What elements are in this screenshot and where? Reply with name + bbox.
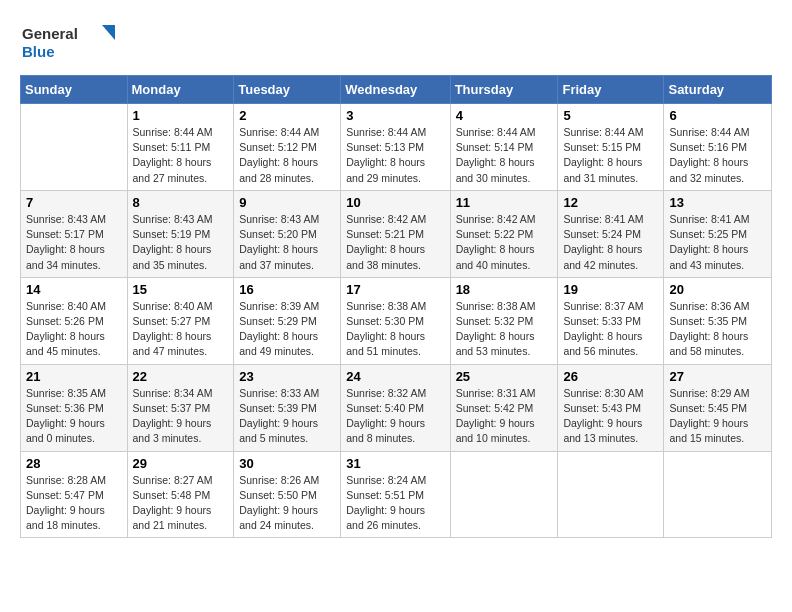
- day-cell: 19Sunrise: 8:37 AMSunset: 5:33 PMDayligh…: [558, 277, 664, 364]
- day-number: 31: [346, 456, 444, 471]
- day-header-thursday: Thursday: [450, 76, 558, 104]
- day-info: Sunrise: 8:43 AMSunset: 5:17 PMDaylight:…: [26, 212, 122, 273]
- day-header-tuesday: Tuesday: [234, 76, 341, 104]
- week-row-4: 21Sunrise: 8:35 AMSunset: 5:36 PMDayligh…: [21, 364, 772, 451]
- day-info: Sunrise: 8:44 AMSunset: 5:12 PMDaylight:…: [239, 125, 335, 186]
- week-row-2: 7Sunrise: 8:43 AMSunset: 5:17 PMDaylight…: [21, 190, 772, 277]
- day-cell: 20Sunrise: 8:36 AMSunset: 5:35 PMDayligh…: [664, 277, 772, 364]
- day-cell: [21, 104, 128, 191]
- logo: General Blue: [20, 20, 130, 65]
- svg-text:General: General: [22, 25, 78, 42]
- day-cell: [450, 451, 558, 538]
- day-cell: 14Sunrise: 8:40 AMSunset: 5:26 PMDayligh…: [21, 277, 128, 364]
- day-cell: 28Sunrise: 8:28 AMSunset: 5:47 PMDayligh…: [21, 451, 128, 538]
- day-info: Sunrise: 8:43 AMSunset: 5:19 PMDaylight:…: [133, 212, 229, 273]
- day-info: Sunrise: 8:27 AMSunset: 5:48 PMDaylight:…: [133, 473, 229, 534]
- week-row-1: 1Sunrise: 8:44 AMSunset: 5:11 PMDaylight…: [21, 104, 772, 191]
- day-number: 6: [669, 108, 766, 123]
- day-number: 16: [239, 282, 335, 297]
- day-info: Sunrise: 8:44 AMSunset: 5:14 PMDaylight:…: [456, 125, 553, 186]
- day-number: 29: [133, 456, 229, 471]
- day-info: Sunrise: 8:31 AMSunset: 5:42 PMDaylight:…: [456, 386, 553, 447]
- day-number: 24: [346, 369, 444, 384]
- day-number: 8: [133, 195, 229, 210]
- day-cell: 5Sunrise: 8:44 AMSunset: 5:15 PMDaylight…: [558, 104, 664, 191]
- svg-text:Blue: Blue: [22, 43, 55, 60]
- day-header-friday: Friday: [558, 76, 664, 104]
- day-number: 2: [239, 108, 335, 123]
- calendar-table: SundayMondayTuesdayWednesdayThursdayFrid…: [20, 75, 772, 538]
- page-header: General Blue: [20, 20, 772, 65]
- day-cell: 10Sunrise: 8:42 AMSunset: 5:21 PMDayligh…: [341, 190, 450, 277]
- day-number: 4: [456, 108, 553, 123]
- day-number: 5: [563, 108, 658, 123]
- day-cell: 1Sunrise: 8:44 AMSunset: 5:11 PMDaylight…: [127, 104, 234, 191]
- day-number: 7: [26, 195, 122, 210]
- day-number: 23: [239, 369, 335, 384]
- day-number: 26: [563, 369, 658, 384]
- day-info: Sunrise: 8:39 AMSunset: 5:29 PMDaylight:…: [239, 299, 335, 360]
- day-number: 15: [133, 282, 229, 297]
- day-cell: 4Sunrise: 8:44 AMSunset: 5:14 PMDaylight…: [450, 104, 558, 191]
- day-info: Sunrise: 8:38 AMSunset: 5:32 PMDaylight:…: [456, 299, 553, 360]
- day-cell: 26Sunrise: 8:30 AMSunset: 5:43 PMDayligh…: [558, 364, 664, 451]
- day-cell: 29Sunrise: 8:27 AMSunset: 5:48 PMDayligh…: [127, 451, 234, 538]
- day-number: 27: [669, 369, 766, 384]
- day-info: Sunrise: 8:24 AMSunset: 5:51 PMDaylight:…: [346, 473, 444, 534]
- day-info: Sunrise: 8:40 AMSunset: 5:26 PMDaylight:…: [26, 299, 122, 360]
- svg-marker-2: [102, 25, 115, 40]
- day-info: Sunrise: 8:44 AMSunset: 5:13 PMDaylight:…: [346, 125, 444, 186]
- day-info: Sunrise: 8:38 AMSunset: 5:30 PMDaylight:…: [346, 299, 444, 360]
- day-cell: 16Sunrise: 8:39 AMSunset: 5:29 PMDayligh…: [234, 277, 341, 364]
- day-info: Sunrise: 8:43 AMSunset: 5:20 PMDaylight:…: [239, 212, 335, 273]
- day-cell: 3Sunrise: 8:44 AMSunset: 5:13 PMDaylight…: [341, 104, 450, 191]
- header-row: SundayMondayTuesdayWednesdayThursdayFrid…: [21, 76, 772, 104]
- day-info: Sunrise: 8:34 AMSunset: 5:37 PMDaylight:…: [133, 386, 229, 447]
- day-number: 18: [456, 282, 553, 297]
- day-info: Sunrise: 8:32 AMSunset: 5:40 PMDaylight:…: [346, 386, 444, 447]
- day-info: Sunrise: 8:26 AMSunset: 5:50 PMDaylight:…: [239, 473, 335, 534]
- day-cell: 22Sunrise: 8:34 AMSunset: 5:37 PMDayligh…: [127, 364, 234, 451]
- day-cell: 30Sunrise: 8:26 AMSunset: 5:50 PMDayligh…: [234, 451, 341, 538]
- week-row-5: 28Sunrise: 8:28 AMSunset: 5:47 PMDayligh…: [21, 451, 772, 538]
- day-cell: [558, 451, 664, 538]
- day-number: 10: [346, 195, 444, 210]
- day-header-wednesday: Wednesday: [341, 76, 450, 104]
- day-cell: 9Sunrise: 8:43 AMSunset: 5:20 PMDaylight…: [234, 190, 341, 277]
- day-cell: 13Sunrise: 8:41 AMSunset: 5:25 PMDayligh…: [664, 190, 772, 277]
- day-info: Sunrise: 8:28 AMSunset: 5:47 PMDaylight:…: [26, 473, 122, 534]
- logo-graphic: General Blue: [20, 20, 130, 65]
- day-number: 13: [669, 195, 766, 210]
- day-cell: 24Sunrise: 8:32 AMSunset: 5:40 PMDayligh…: [341, 364, 450, 451]
- day-cell: 18Sunrise: 8:38 AMSunset: 5:32 PMDayligh…: [450, 277, 558, 364]
- day-cell: 27Sunrise: 8:29 AMSunset: 5:45 PMDayligh…: [664, 364, 772, 451]
- day-cell: 12Sunrise: 8:41 AMSunset: 5:24 PMDayligh…: [558, 190, 664, 277]
- day-number: 17: [346, 282, 444, 297]
- day-cell: 25Sunrise: 8:31 AMSunset: 5:42 PMDayligh…: [450, 364, 558, 451]
- day-cell: 7Sunrise: 8:43 AMSunset: 5:17 PMDaylight…: [21, 190, 128, 277]
- day-info: Sunrise: 8:42 AMSunset: 5:22 PMDaylight:…: [456, 212, 553, 273]
- day-number: 21: [26, 369, 122, 384]
- day-cell: 2Sunrise: 8:44 AMSunset: 5:12 PMDaylight…: [234, 104, 341, 191]
- day-cell: 6Sunrise: 8:44 AMSunset: 5:16 PMDaylight…: [664, 104, 772, 191]
- day-info: Sunrise: 8:37 AMSunset: 5:33 PMDaylight:…: [563, 299, 658, 360]
- day-number: 3: [346, 108, 444, 123]
- day-header-monday: Monday: [127, 76, 234, 104]
- day-cell: 11Sunrise: 8:42 AMSunset: 5:22 PMDayligh…: [450, 190, 558, 277]
- day-number: 11: [456, 195, 553, 210]
- day-cell: 23Sunrise: 8:33 AMSunset: 5:39 PMDayligh…: [234, 364, 341, 451]
- day-info: Sunrise: 8:29 AMSunset: 5:45 PMDaylight:…: [669, 386, 766, 447]
- day-info: Sunrise: 8:33 AMSunset: 5:39 PMDaylight:…: [239, 386, 335, 447]
- day-number: 12: [563, 195, 658, 210]
- day-cell: 17Sunrise: 8:38 AMSunset: 5:30 PMDayligh…: [341, 277, 450, 364]
- day-info: Sunrise: 8:44 AMSunset: 5:11 PMDaylight:…: [133, 125, 229, 186]
- day-number: 20: [669, 282, 766, 297]
- day-number: 30: [239, 456, 335, 471]
- day-info: Sunrise: 8:41 AMSunset: 5:24 PMDaylight:…: [563, 212, 658, 273]
- day-cell: 21Sunrise: 8:35 AMSunset: 5:36 PMDayligh…: [21, 364, 128, 451]
- day-info: Sunrise: 8:44 AMSunset: 5:16 PMDaylight:…: [669, 125, 766, 186]
- day-number: 25: [456, 369, 553, 384]
- day-info: Sunrise: 8:36 AMSunset: 5:35 PMDaylight:…: [669, 299, 766, 360]
- day-info: Sunrise: 8:41 AMSunset: 5:25 PMDaylight:…: [669, 212, 766, 273]
- day-cell: [664, 451, 772, 538]
